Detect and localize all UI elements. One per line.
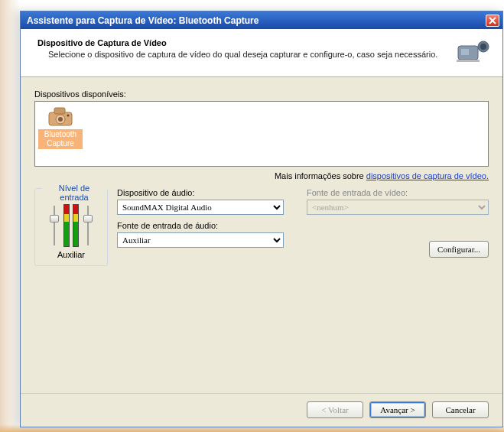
svg-point-10 (58, 117, 63, 122)
cancel-button[interactable]: Cancelar (432, 401, 489, 418)
svg-point-11 (67, 115, 70, 117)
header-panel: Dispositivo de Captura de Vídeo Selecion… (21, 29, 502, 77)
camera-icon (47, 105, 74, 128)
more-info-row: Mais informações sobre dispositivos de c… (34, 171, 489, 180)
more-info-link[interactable]: dispositivos de captura de vídeo. (366, 171, 489, 180)
video-source-select: <nenhum> (307, 200, 489, 215)
device-item-bluetooth-capture[interactable]: Bluetooth Capture (38, 105, 83, 163)
input-level-legend: Nível de entrada (41, 184, 107, 202)
input-level-slider-right[interactable] (82, 204, 94, 247)
close-icon (489, 17, 496, 24)
svg-rect-6 (461, 49, 469, 55)
device-item-label: Bluetooth Capture (38, 129, 83, 149)
devices-label: Dispositivos disponíveis: (34, 89, 489, 99)
camcorder-icon (455, 37, 492, 67)
next-button[interactable]: Avançar > (369, 401, 426, 418)
audio-device-select[interactable]: SoundMAX Digital Audio (117, 200, 284, 215)
vu-meter-right (73, 204, 79, 247)
titlebar: Assistente para Captura de Vídeo: Blueto… (21, 11, 502, 29)
configure-button[interactable]: Configurar... (429, 241, 489, 258)
close-button[interactable] (486, 15, 499, 27)
svg-rect-5 (457, 60, 480, 62)
dialog-window: Assistente para Captura de Vídeo: Blueto… (20, 11, 503, 427)
audio-source-select[interactable]: Auxiliar (117, 232, 284, 248)
header-title: Dispositivo de Captura de Vídeo (37, 38, 449, 47)
devices-listbox[interactable]: Bluetooth Capture (34, 101, 489, 167)
video-source-label: Fonte de entrada de vídeo: (307, 188, 489, 197)
window-title: Assistente para Captura de Vídeo: Blueto… (27, 15, 259, 26)
svg-rect-8 (54, 108, 65, 114)
footer: < Voltar Avançar > Cancelar (21, 393, 502, 427)
input-level-group: Nível de entrada Auxiliar (34, 188, 108, 266)
audio-source-label: Fonte de entrada de áudio: (117, 221, 284, 230)
svg-point-4 (480, 44, 486, 50)
audio-device-label: Dispositivo de áudio: (117, 188, 284, 197)
back-button: < Voltar (307, 401, 363, 418)
input-level-label: Auxiliar (43, 250, 99, 259)
vu-meter-left (63, 204, 70, 247)
header-subtitle: Selecione o dispositivo de captura de ví… (37, 50, 449, 59)
input-level-slider-left[interactable] (48, 204, 60, 247)
more-info-prefix: Mais informações sobre (275, 171, 366, 180)
